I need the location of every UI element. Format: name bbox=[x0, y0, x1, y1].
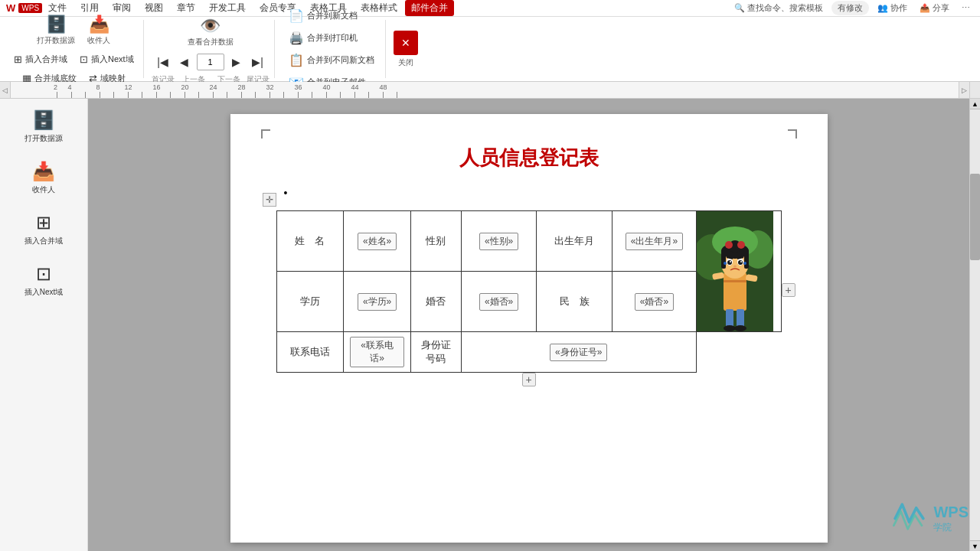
insert-next-btn[interactable]: ⊡ 插入Next域 bbox=[75, 51, 139, 67]
merge-new-doc-btn[interactable]: 📄 合并到新文档 bbox=[283, 6, 381, 25]
cell-phone-label: 联系电话 bbox=[276, 332, 344, 373]
recipients-btn[interactable]: 📥 收件人 bbox=[83, 11, 115, 48]
table-row-1: 姓 名 «姓名» 性别 «性别» 出生年月 «出生年月» bbox=[276, 211, 781, 272]
watermark-text-area: WPS 学院 bbox=[933, 504, 969, 534]
corner-tl bbox=[261, 129, 270, 139]
table-add-col-btn[interactable]: + bbox=[782, 283, 795, 297]
merge-print-btn[interactable]: 🖨️ 合并到打印机 bbox=[283, 28, 381, 47]
insert-merge-field-btn[interactable]: ⊞ 插入合并域 bbox=[9, 51, 72, 67]
corner-tr bbox=[788, 129, 797, 139]
more-btn[interactable]: ⋯ bbox=[958, 2, 974, 15]
svg-point-15 bbox=[738, 260, 743, 265]
wps-text: WPS bbox=[933, 504, 969, 521]
preview-section: 👁️ 查看合并数据 |◀ ◀ ▶ ▶| 首记录 上一条 下一条 尾记录 bbox=[147, 20, 275, 78]
close-section: ✕ 关闭 bbox=[389, 20, 423, 78]
table-row-3: 联系电话 «联系电话» 身份证号码 «身份证号» bbox=[276, 332, 781, 373]
wps-logo-watermark bbox=[888, 497, 930, 540]
close-label: 关闭 bbox=[398, 58, 413, 67]
svg-point-10 bbox=[725, 241, 733, 249]
modify-status[interactable]: 有修改 bbox=[831, 1, 869, 15]
collab-btn[interactable]: 👥 协作 bbox=[874, 1, 911, 15]
open-datasource-btn[interactable]: 🗄️ 打开数据源 bbox=[32, 11, 80, 48]
left-datasource-icon: 🗄️ bbox=[32, 109, 55, 131]
top-right-area: 🔍 查找命令、搜索模板 有修改 👥 协作 📤 分享 ⋯ bbox=[730, 1, 974, 15]
view-data-icon: 👁️ bbox=[200, 16, 220, 36]
cell-gender-label: 性别 bbox=[410, 211, 461, 272]
menu-mailmerge[interactable]: 邮件合并 bbox=[405, 0, 454, 16]
svg-rect-7 bbox=[721, 249, 726, 269]
main-area: 🗄️ 打开数据源 📥 收件人 ⊞ 插入合并域 ⊡ 插入Next域 人员信息登记表… bbox=[0, 99, 980, 551]
svg-point-20 bbox=[733, 266, 737, 268]
merge-diff-label: 合并到不同新文档 bbox=[307, 54, 374, 66]
scroll-down-btn[interactable]: ▼ bbox=[970, 540, 980, 551]
merge-diff-doc-btn[interactable]: 📋 合并到不同新文档 bbox=[283, 51, 381, 70]
insert-field-icon: ⊞ bbox=[14, 54, 22, 65]
left-datasource-label: 打开数据源 bbox=[24, 133, 63, 144]
print-icon: 🖨️ bbox=[289, 31, 304, 45]
insert-next-icon: ⊡ bbox=[80, 54, 88, 65]
svg-point-11 bbox=[737, 241, 745, 249]
cell-gender-field: «性别» bbox=[461, 211, 537, 272]
nav-row: |◀ ◀ ▶ ▶| bbox=[154, 53, 267, 71]
recipients-icon: 📥 bbox=[89, 15, 109, 34]
svg-point-29 bbox=[734, 325, 746, 331]
scroll-track[interactable] bbox=[970, 109, 980, 540]
toolbar: 🗄️ 打开数据源 📥 收件人 ⊞ 插入合并域 ⊡ 插入Next域 ▦ 合并域底纹 bbox=[0, 17, 980, 82]
cell-id-label: 身份证号码 bbox=[410, 332, 461, 373]
ruler-left-arrow[interactable]: ◁ bbox=[0, 82, 11, 98]
info-table: 姓 名 «姓名» 性别 «性别» 出生年月 «出生年月» bbox=[276, 210, 782, 373]
doc-page: 人员信息登记表 • ✛ 姓 名 «姓名» 性别 «性别» 出生年月 «出生年月» bbox=[230, 114, 828, 543]
table-add-row-btn[interactable]: + bbox=[522, 373, 536, 386]
prev-record-btn[interactable]: ◀ bbox=[175, 53, 194, 71]
svg-point-28 bbox=[724, 325, 736, 331]
first-record-btn[interactable]: |◀ bbox=[154, 53, 172, 71]
menu-view[interactable]: 视图 bbox=[139, 0, 169, 16]
cell-name-label: 姓 名 bbox=[276, 211, 344, 272]
scroll-up-btn[interactable]: ▲ bbox=[970, 99, 980, 109]
doc-bullet: • bbox=[276, 187, 782, 199]
database-icon: 🗄️ bbox=[46, 15, 67, 34]
modify-text: 有修改 bbox=[838, 2, 863, 14]
diff-doc-icon: 📋 bbox=[289, 53, 304, 67]
search-text: 查找命令、搜索模板 bbox=[747, 2, 823, 14]
last-record-btn[interactable]: ▶| bbox=[249, 53, 267, 71]
left-recipients-btn[interactable]: 📥 收件人 bbox=[3, 156, 84, 200]
preview-row1: 👁️ 查看合并数据 bbox=[183, 13, 238, 50]
next-record-btn[interactable]: ▶ bbox=[227, 53, 246, 71]
left-recipients-label: 收件人 bbox=[32, 184, 55, 195]
ruler-content: 24812162024283236404448 bbox=[11, 82, 959, 98]
scroll-thumb[interactable] bbox=[970, 174, 980, 260]
left-next-label: 插入Next域 bbox=[24, 287, 64, 298]
svg-point-17 bbox=[740, 261, 742, 262]
share-icon: 📤 bbox=[920, 3, 930, 13]
left-panel: 🗄️ 打开数据源 📥 收件人 ⊞ 插入合并域 ⊡ 插入Next域 bbox=[0, 99, 88, 551]
svg-rect-8 bbox=[744, 249, 749, 269]
page-input[interactable] bbox=[197, 54, 224, 70]
wps-sub: 学院 bbox=[933, 521, 969, 534]
left-insert-next-btn[interactable]: ⊡ 插入Next域 bbox=[3, 259, 84, 302]
left-insert-field-btn[interactable]: ⊞ 插入合并域 bbox=[3, 207, 84, 251]
cell-phone-field: «联系电话» bbox=[344, 332, 411, 373]
left-datasource-btn[interactable]: 🗄️ 打开数据源 bbox=[3, 105, 84, 148]
doc-area[interactable]: 人员信息登记表 • ✛ 姓 名 «姓名» 性别 «性别» 出生年月 «出生年月» bbox=[88, 99, 969, 551]
datasource-row1: 🗄️ 打开数据源 📥 收件人 bbox=[32, 11, 115, 48]
datasource-section: 🗄️ 打开数据源 📥 收件人 ⊞ 插入合并域 ⊡ 插入Next域 ▦ 合并域底纹 bbox=[5, 20, 144, 78]
share-btn[interactable]: 📤 分享 bbox=[916, 1, 953, 15]
left-next-icon: ⊡ bbox=[36, 263, 51, 285]
right-scrollbar[interactable]: ▲ ▼ bbox=[969, 99, 980, 551]
search-btn[interactable]: 🔍 查找命令、搜索模板 bbox=[730, 1, 827, 15]
insert-next-label: 插入Next域 bbox=[91, 54, 134, 65]
cell-ethnicity-label: 民 族 bbox=[537, 272, 612, 332]
share-text: 分享 bbox=[933, 2, 949, 14]
view-merge-data-btn[interactable]: 👁️ 查看合并数据 bbox=[183, 13, 238, 50]
cell-birth-field: «出生年月» bbox=[612, 211, 697, 272]
table-move-handle[interactable]: ✛ bbox=[263, 193, 276, 207]
ruler: ◁ 24812162024283236404448 ▷ bbox=[0, 82, 980, 99]
cell-edu-field: «学历» bbox=[344, 272, 411, 332]
close-btn[interactable]: ✕ bbox=[394, 31, 418, 55]
cell-id-field: «身份证号» bbox=[461, 332, 696, 373]
recipients-label: 收件人 bbox=[87, 36, 110, 45]
ruler-right-arrow[interactable]: ▷ bbox=[959, 82, 969, 98]
cell-married-label: 婚否 bbox=[410, 272, 461, 332]
photo-cell bbox=[696, 211, 781, 332]
